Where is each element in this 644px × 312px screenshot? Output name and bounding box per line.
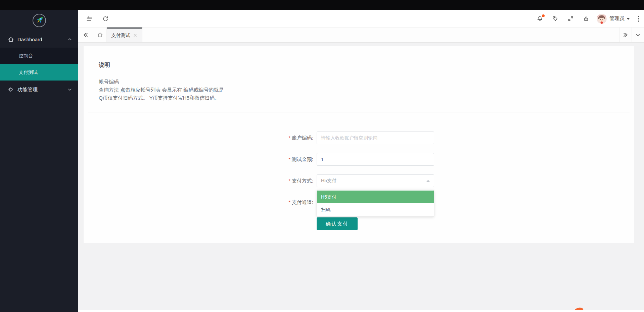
required-asterisk: * [288,200,290,205]
menu-fold-icon[interactable] [86,15,93,22]
tab-bar: 支付测试 [78,28,644,43]
user-name[interactable]: 管理员 [609,15,625,22]
close-icon[interactable] [133,33,138,38]
dropdown-option-scan[interactable]: 扫码 [317,203,434,216]
payment-test-card: 说明 帐号编码 查询方法 点击相应帐号列表 会显示有 编码或编号的就是 Q币仅支… [84,46,634,243]
lock-icon[interactable] [583,15,589,22]
required-asterisk: * [288,178,290,184]
description-line: 帐号编码 [99,78,224,86]
sidebar-subitem-label: 支付测试 [19,69,38,75]
sidebar-item-label: Dashboard [17,37,67,42]
account-code-input[interactable] [317,132,434,144]
bell-icon[interactable] [536,15,543,22]
chevron-up-icon [67,37,72,42]
tab-menu-chevron-down-icon[interactable] [632,28,644,42]
browser-top-strip [0,0,644,10]
description-line: 查询方法 点击相应帐号列表 会显示有 编码或编号的就是 [99,86,224,94]
description-line: Q币仅支付扫码方式。 Y币支持支付宝H5和微信扫码。 [99,94,224,102]
sidebar-item-function-management[interactable]: 功能管理 [0,81,78,99]
main-content: 说明 帐号编码 查询方法 点击相应帐号列表 会显示有 编码或编号的就是 Q币仅支… [78,43,644,312]
refresh-icon[interactable] [102,15,109,22]
select-value: H5支付 [321,178,336,184]
dropdown-option-h5[interactable]: H5支付 [317,191,434,203]
payment-method-select[interactable]: H5支付 [317,174,434,187]
sidebar-subitem-label: 控制台 [19,53,33,59]
horizontal-scrollbar[interactable] [78,310,644,312]
user-dropdown-caret-icon[interactable] [627,18,630,20]
field-label: *账户编码: [84,132,313,144]
required-asterisk: * [288,135,290,141]
form-row-account-code: *账户编码: [84,132,453,144]
payment-method-dropdown: H5支付 扫码 [317,190,434,217]
confirm-payment-button[interactable]: 确认支付 [317,217,358,230]
page-title: 说明 [99,61,110,69]
double-chevron-left-icon[interactable] [78,28,93,42]
sidebar-subitem-console[interactable]: 控制台 [0,48,78,64]
kebab-menu-icon[interactable] [638,16,639,22]
chevron-down-icon [67,87,72,92]
divider [88,112,630,112]
tag-icon[interactable] [552,15,558,22]
select-arrow-up-icon [426,180,430,182]
tab-bar-spacer [142,28,619,42]
app-window: Dashboard 控制台 支付测试 [0,0,644,312]
fullscreen-icon[interactable] [567,15,574,22]
app-logo[interactable] [0,10,78,31]
double-chevron-right-icon[interactable] [619,28,632,42]
tab-label: 支付测试 [111,33,130,39]
field-label: *支付方式: [84,174,313,187]
gear-icon [7,86,14,93]
rocket-logo-icon [32,13,46,28]
required-asterisk: * [288,157,290,162]
field-label: *支付通道: [84,196,313,209]
home-tab-icon[interactable] [93,28,107,42]
description-text: 帐号编码 查询方法 点击相应帐号列表 会显示有 编码或编号的就是 Q币仅支付扫码… [99,78,224,102]
sidebar-subitem-payment-test[interactable]: 支付测试 [0,64,78,81]
sidebar: Dashboard 控制台 支付测试 [0,10,78,312]
sidebar-item-label: 功能管理 [17,87,67,93]
notification-badge [542,14,545,17]
form-row-test-amount: *测试金额: [84,153,453,166]
tab-payment-test[interactable]: 支付测试 [107,28,142,42]
sidebar-item-dashboard[interactable]: Dashboard [0,31,78,48]
user-avatar[interactable] [597,14,607,24]
field-label: *测试金额: [84,153,313,166]
header-toolbar: 管理员 [78,10,644,28]
form-row-payment-method: *支付方式: H5支付 [84,174,453,187]
home-icon [7,36,14,43]
test-amount-input[interactable] [317,153,434,166]
